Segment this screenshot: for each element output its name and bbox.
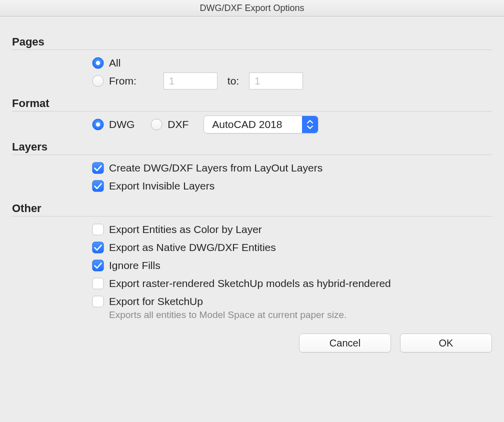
checkbox-color-by-layer[interactable] xyxy=(92,224,104,236)
radio-pages-all[interactable] xyxy=(92,57,104,69)
select-autocad-version[interactable]: AutoCAD 2018 xyxy=(204,116,318,134)
checkbox-create-layers[interactable] xyxy=(92,162,104,174)
checkbox-hybrid-render[interactable] xyxy=(92,278,104,290)
cancel-button[interactable]: Cancel xyxy=(299,334,391,352)
radio-format-dwg[interactable] xyxy=(92,118,104,130)
label-pages-from: From: xyxy=(109,75,136,87)
label-native-entities: Export as Native DWG/DXF Entities xyxy=(109,242,276,254)
svg-rect-11 xyxy=(92,278,104,289)
label-pages-to: to: xyxy=(228,75,239,87)
input-page-to[interactable]: 1 xyxy=(249,72,303,90)
ok-button[interactable]: OK xyxy=(400,334,492,352)
label-export-invisible: Export Invisible Layers xyxy=(109,180,214,192)
svg-rect-12 xyxy=(92,296,104,307)
svg-rect-8 xyxy=(92,224,104,235)
svg-point-2 xyxy=(92,76,104,86)
section-heading-other: Other xyxy=(12,202,492,216)
label-for-sketchup: Export for SketchUp xyxy=(109,296,203,308)
label-format-dxf: DXF xyxy=(168,118,188,130)
checkbox-ignore-fills[interactable] xyxy=(92,260,104,272)
svg-point-4 xyxy=(96,122,100,126)
label-format-dwg: DWG xyxy=(109,118,134,130)
dialog-title: DWG/DXF Export Options xyxy=(0,0,504,16)
section-heading-pages: Pages xyxy=(12,36,492,50)
radio-pages-from[interactable] xyxy=(92,75,104,87)
label-hybrid-render: Export raster-rendered SketchUp models a… xyxy=(109,278,391,290)
radio-format-dxf[interactable] xyxy=(150,118,162,130)
section-heading-format: Format xyxy=(12,97,492,112)
select-autocad-version-text: AutoCAD 2018 xyxy=(212,118,302,130)
checkbox-native-entities[interactable] xyxy=(92,242,104,254)
label-ignore-fills: Ignore Fills xyxy=(109,260,160,272)
label-create-layers: Create DWG/DXF Layers from LayOut Layers xyxy=(109,162,322,174)
checkbox-for-sketchup[interactable] xyxy=(92,296,104,308)
svg-point-1 xyxy=(96,61,100,65)
label-color-by-layer: Export Entities as Color by Layer xyxy=(109,224,262,236)
help-for-sketchup: Exports all entities to Model Space at c… xyxy=(109,310,492,320)
input-page-from[interactable]: 1 xyxy=(164,72,218,90)
label-pages-all: All xyxy=(109,57,120,69)
section-heading-layers: Layers xyxy=(12,140,492,155)
svg-point-5 xyxy=(151,119,162,130)
chevrons-up-down-icon xyxy=(302,116,318,134)
checkbox-export-invisible[interactable] xyxy=(92,180,104,192)
